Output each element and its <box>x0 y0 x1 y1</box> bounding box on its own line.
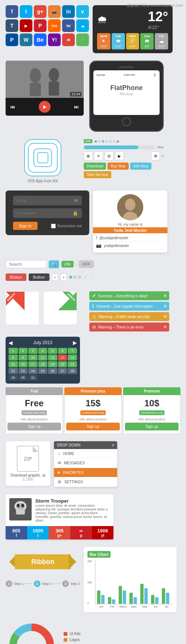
social-icon-yahoo[interactable]: Y! <box>48 33 61 46</box>
cal-day-24[interactable]: 24 <box>28 368 38 374</box>
social-icon-pinterest[interactable]: P <box>34 19 46 32</box>
toggle-on-button[interactable]: ON <box>61 261 74 267</box>
button-2[interactable]: Button <box>29 273 49 281</box>
cal-day-3[interactable]: 3 <box>28 348 38 354</box>
settings-icon-btn[interactable]: ⚙ <box>151 151 160 160</box>
search-input[interactable] <box>6 260 46 268</box>
remember-checkbox[interactable] <box>51 224 56 228</box>
cal-day-1[interactable]: 1 <box>9 348 18 354</box>
cal-day-25[interactable]: 25 <box>38 368 48 374</box>
nav-dot-5[interactable] <box>113 140 115 142</box>
cal-day-7[interactable]: 7 <box>68 348 77 354</box>
dropdown-item-home[interactable]: ⌂ HOME <box>54 449 117 458</box>
toggle-off-button[interactable]: OFF <box>79 260 94 268</box>
media-icon-btn[interactable]: ▶ <box>115 151 124 160</box>
cal-day-28[interactable]: 28 <box>68 368 77 374</box>
social-icon-upload[interactable]: ↑ <box>76 33 89 46</box>
cal-day-18[interactable]: 18 <box>38 361 48 367</box>
cal-day-29[interactable]: 29 <box>9 375 18 381</box>
alert-close-2[interactable]: ✕ <box>163 304 167 309</box>
search-button[interactable]: 🔍 <box>49 260 59 268</box>
chevron-left-button[interactable]: ‹ <box>52 273 58 281</box>
chevron-right-button[interactable]: › <box>60 273 67 281</box>
tour-button[interactable]: Take the tour <box>84 171 111 178</box>
social-icon-linkedin[interactable]: in <box>62 5 75 18</box>
buy-now-button[interactable]: Buy Now <box>108 163 128 170</box>
nav-dot-4[interactable] <box>109 140 112 142</box>
alert-close-1[interactable]: ✕ <box>163 293 167 298</box>
social-icon-wordpress[interactable]: W <box>20 33 32 46</box>
cal-day-17[interactable]: 17 <box>28 361 38 367</box>
dot-2[interactable] <box>74 276 77 279</box>
dropdown-item-settings[interactable]: ⚙ SETTINGS <box>54 477 117 487</box>
cal-day-22[interactable]: 22 <box>9 368 18 374</box>
social-icon-tumblr[interactable]: T <box>6 19 18 32</box>
signup-trail-button[interactable]: Sign up <box>7 423 61 430</box>
cal-day-31[interactable]: 31 <box>28 375 38 381</box>
rewind-button[interactable]: ⏮ <box>10 104 15 110</box>
plan-tab-premium[interactable]: Premium <box>123 387 180 395</box>
nav-arrow-left[interactable]: ◀ <box>94 139 97 143</box>
download-button[interactable]: Download <box>84 163 106 170</box>
cal-day-27[interactable]: 27 <box>58 368 67 374</box>
list-icon-btn[interactable]: ≡ <box>94 151 103 160</box>
cal-next[interactable]: ▶ <box>73 340 77 346</box>
dot-1[interactable] <box>69 276 72 279</box>
email-input[interactable] <box>17 198 66 203</box>
plan-tab-trail[interactable]: Trail <box>6 387 63 395</box>
social-icon-google[interactable]: g+ <box>34 5 46 18</box>
nav-arrow-right[interactable]: ▶ <box>117 139 120 143</box>
cal-day-16[interactable]: 16 <box>19 361 28 367</box>
cal-day-11[interactable]: 11 <box>38 355 48 361</box>
cal-day-15[interactable]: 15 <box>9 361 18 367</box>
cal-day-10[interactable]: 10 <box>28 355 38 361</box>
button-1[interactable]: Button <box>6 273 26 281</box>
cal-day-23[interactable]: 23 <box>19 368 28 374</box>
signin-button[interactable]: Sign in <box>13 222 38 230</box>
signup-premium-plus-button[interactable]: Sign up <box>66 423 120 430</box>
cal-day-9[interactable]: 9 <box>19 355 28 361</box>
social-icon-fb2[interactable]: tw <box>62 19 75 32</box>
phone-home-button[interactable] <box>122 117 131 126</box>
cal-prev[interactable]: ◀ <box>9 340 13 346</box>
alert-close-4[interactable]: ✕ <box>163 324 167 330</box>
social-icon-facebook[interactable]: f <box>6 5 18 18</box>
cal-day-26[interactable]: 26 <box>48 368 57 374</box>
cal-day-14[interactable]: 14 <box>68 355 77 361</box>
social-icon-behance[interactable]: Be <box>34 33 46 46</box>
social-icon-youtube[interactable]: ▶ <box>20 19 32 32</box>
social-icon-twitter[interactable]: t <box>20 5 32 18</box>
forward-button[interactable]: ⏭ <box>74 104 79 110</box>
play-button[interactable]: ▶ <box>39 101 51 113</box>
cal-day-30[interactable]: 30 <box>19 375 28 381</box>
nav-dot-1[interactable] <box>98 140 100 142</box>
cal-day-21[interactable]: 21 <box>68 361 77 367</box>
dot-3[interactable] <box>78 276 81 279</box>
password-input[interactable] <box>17 211 66 215</box>
signup-premium-button[interactable]: Sign up <box>125 423 179 430</box>
alert-close-3[interactable]: ✕ <box>163 314 167 319</box>
cal-day-19[interactable]: 19 <box>48 361 57 367</box>
dropdown-menu-icon[interactable]: ≡ <box>112 443 114 447</box>
social-icon-cloud[interactable]: ☁ <box>76 19 89 32</box>
social-icon-mail[interactable]: ✉ <box>62 33 75 46</box>
nav-dot-3[interactable] <box>106 140 108 142</box>
dropdown-item-favorites[interactable]: ♥ FAVORITES <box>54 468 117 477</box>
plan-tab-premium-plus[interactable]: Premium plus <box>64 387 122 395</box>
social-icon-instagram[interactable]: 📷 <box>48 5 61 18</box>
grid-icon-btn[interactable]: ⊞ <box>84 151 93 160</box>
cal-day-6[interactable]: 6 <box>58 348 67 354</box>
cal-day-13[interactable]: 13 <box>58 355 67 361</box>
social-icon-vimeo[interactable]: v <box>76 5 89 18</box>
join-now-button[interactable]: Join Now <box>130 163 151 170</box>
table-icon-btn[interactable]: ⊟ <box>105 151 113 160</box>
social-icon-p[interactable]: P <box>6 33 18 46</box>
cal-day-8[interactable]: 8 <box>9 355 18 361</box>
dropdown-item-messages[interactable]: ✉ MESSAGES <box>54 458 117 468</box>
cal-day-4[interactable]: 4 <box>38 348 48 354</box>
nav-dot-2[interactable] <box>102 140 104 142</box>
cal-day-5[interactable]: 5 <box>48 348 57 354</box>
cal-day-12[interactable]: 12 <box>48 355 57 361</box>
cal-day-20[interactable]: 20 <box>58 361 67 367</box>
cal-day-2[interactable]: 2 <box>19 348 28 354</box>
